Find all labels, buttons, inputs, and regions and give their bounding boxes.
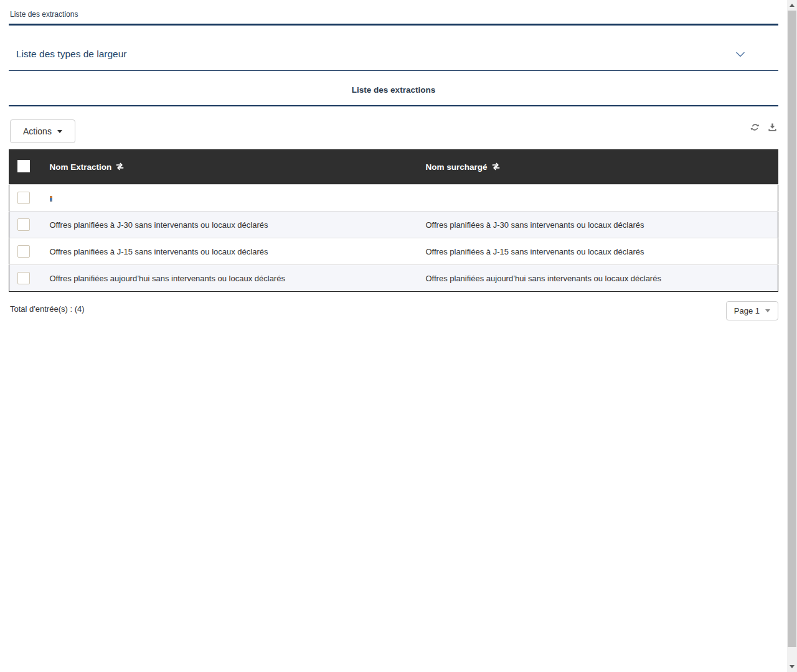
select-all-header-cell: [9, 150, 41, 185]
tab-liste-des-extractions[interactable]: Liste des extractions: [10, 10, 78, 19]
chevron-down-icon[interactable]: [736, 52, 745, 57]
caret-down-icon: [765, 309, 770, 312]
actions-label: Actions: [23, 126, 52, 136]
table-row: Offres planifiées aujourd’hui sans inter…: [9, 265, 778, 292]
row-checkbox[interactable]: [17, 245, 30, 258]
triangle-down-icon: [790, 665, 795, 668]
tab-bar: Liste des extractions: [9, 8, 778, 26]
accordion-title: Liste des types de largeur: [16, 49, 127, 60]
column-header-nom-extraction[interactable]: Nom Extraction: [41, 150, 417, 185]
table-row: [9, 185, 778, 212]
toolbar-icons: [750, 123, 777, 132]
row-checkbox-cell: [9, 238, 41, 265]
actions-dropdown-button[interactable]: Actions: [10, 119, 75, 143]
row-checkbox-cell: [9, 185, 41, 212]
sort-icon[interactable]: [491, 162, 501, 172]
column-label: Nom Extraction: [50, 162, 112, 172]
cell-nom-surcharge: Offres planifiées à J-30 sans intervenan…: [417, 212, 778, 238]
cell-nom-extraction: Offres planifiées à J-15 sans intervenan…: [41, 238, 417, 265]
column-label: Nom surchargé: [426, 162, 488, 172]
column-header-nom-surcharge[interactable]: Nom surchargé: [417, 150, 778, 185]
row-checkbox-cell: [9, 212, 41, 238]
cell-nom-surcharge: Offres planifiées à J-15 sans intervenan…: [417, 238, 778, 265]
cell-nom-extraction: Offres planifiées aujourd’hui sans inter…: [41, 265, 417, 292]
cell-nom-surcharge: [417, 185, 778, 212]
toolbar: Actions: [10, 119, 777, 143]
row-checkbox[interactable]: [17, 218, 30, 231]
total-entries-label: Total d'entrée(s) : (4): [9, 301, 85, 314]
table-footer: Total d'entrée(s) : (4) Page 1: [9, 301, 778, 320]
extractions-table: Nom Extraction Nom surchargé Offres plan…: [9, 149, 778, 292]
table-row: Offres planifiées à J-15 sans intervenan…: [9, 238, 778, 265]
cell-nom-extraction: Offres planifiées à J-30 sans intervenan…: [41, 212, 417, 238]
scrollbar-thumb[interactable]: [788, 11, 796, 647]
page-content: Liste des extractions Liste des types de…: [0, 8, 787, 320]
row-checkbox[interactable]: [17, 272, 30, 284]
accordion-liste-des-types-de-largeur[interactable]: Liste des types de largeur: [9, 26, 778, 71]
section-title: Liste des extractions: [9, 71, 778, 106]
table-row: Offres planifiées à J-30 sans intervenan…: [9, 212, 778, 238]
scrollbar[interactable]: [787, 0, 797, 672]
sort-icon[interactable]: [115, 162, 125, 172]
cell-nom-extraction: [41, 185, 417, 212]
triangle-up-icon: [790, 4, 795, 7]
refresh-icon[interactable]: [750, 123, 760, 132]
scrollbar-down-button[interactable]: [787, 661, 797, 672]
row-checkbox-cell: [9, 265, 41, 292]
scrollbar-up-button[interactable]: [787, 0, 797, 11]
download-icon[interactable]: [768, 123, 777, 132]
row-checkbox[interactable]: [17, 192, 30, 204]
cell-nom-surcharge: Offres planifiées aujourd’hui sans inter…: [417, 265, 778, 292]
caret-down-icon: [57, 130, 62, 133]
tiny-image-glyph: [50, 196, 52, 202]
page-label: Page 1: [734, 306, 760, 315]
select-all-checkbox[interactable]: [17, 160, 30, 172]
page-dropdown-button[interactable]: Page 1: [726, 301, 778, 320]
table-header-row: Nom Extraction Nom surchargé: [9, 150, 778, 185]
